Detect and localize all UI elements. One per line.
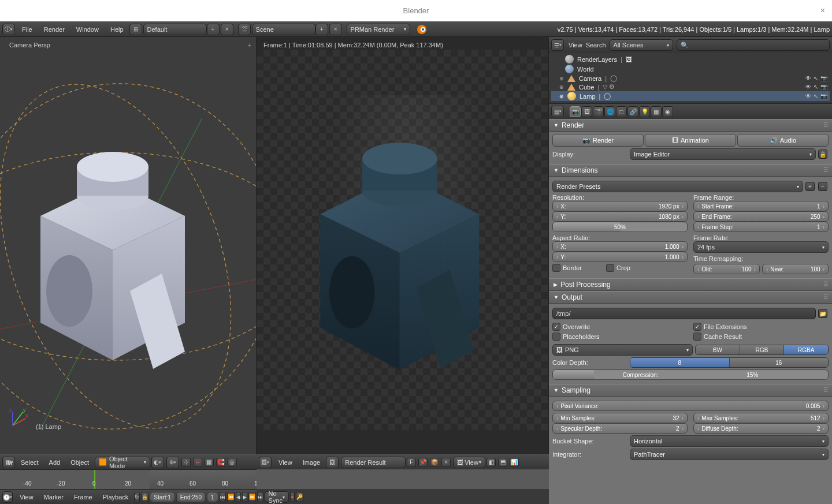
menu-help[interactable]: Help	[105, 26, 129, 33]
mode-rgb[interactable]: RGB	[740, 345, 785, 354]
display-dropdown[interactable]: Image Editor▾	[630, 148, 816, 160]
screen-layout-dropdown[interactable]: Default	[143, 24, 207, 35]
pivot-icon[interactable]: ⊕▾	[166, 457, 179, 468]
panel-sampling-header[interactable]: ▼Sampling⠿	[549, 384, 832, 397]
img-menu-image[interactable]: Image	[298, 459, 325, 466]
outliner-search-input[interactable]: 🔍	[677, 39, 830, 51]
out-menu-view[interactable]: View	[569, 42, 582, 48]
delete-scene-icon[interactable]: ×	[329, 24, 342, 35]
start-frame-field[interactable]: Start Frame:1	[693, 201, 829, 211]
output-path-input[interactable]: /tmp/	[552, 308, 816, 319]
editor-type-properties-icon[interactable]: ▤▾	[551, 106, 564, 117]
eye-icon[interactable]: 👁	[805, 75, 811, 81]
add-scene-icon[interactable]: +	[315, 24, 328, 35]
file-browser-icon[interactable]: 📁	[818, 309, 827, 318]
tab-constraints-icon[interactable]: 🔗	[627, 106, 638, 117]
cursor-icon[interactable]: ↖	[814, 75, 818, 81]
image-editor[interactable]: Frame:1 | Time:01:08.59 | Mem:32.24M (0.…	[257, 37, 549, 454]
outliner-item-cube[interactable]: ⊕ Cube |▽ ⚙ 👁↖📷	[551, 83, 830, 91]
expand-icon[interactable]: ⊕	[559, 94, 564, 99]
render-restrict-icon[interactable]: 📷	[820, 93, 827, 99]
add-layout-icon[interactable]: +	[207, 24, 220, 35]
lock-range-icon[interactable]: 🔒	[141, 492, 148, 502]
image-name-dropdown[interactable]: Render Result	[341, 457, 406, 468]
restrict-icon[interactable]: 🖼	[626, 56, 632, 63]
color-mode-toggle[interactable]: BW RGB RGBA	[695, 345, 829, 355]
jump-prev-key-icon[interactable]: ⏪	[227, 492, 235, 502]
resolution-y-field[interactable]: Y:1080 px	[552, 211, 688, 222]
start-frame-field[interactable]: Start:1	[150, 492, 174, 502]
frame-rate-dropdown[interactable]: 24 fps▾	[693, 241, 829, 253]
border-checkbox[interactable]	[552, 264, 560, 272]
play-icon[interactable]: ▶	[242, 492, 247, 502]
depth-8[interactable]: 8	[630, 358, 730, 367]
render-restrict-icon[interactable]: 📷	[820, 75, 827, 81]
editor-type-timeline-icon[interactable]: 🕐▾	[2, 491, 13, 503]
menu-window[interactable]: Window	[70, 26, 105, 33]
mode-dropdown[interactable]: 🟧 Object Mode▾	[95, 457, 150, 468]
integrator-dropdown[interactable]: PathTracer▾	[630, 449, 829, 460]
compression-field[interactable]: Compression: 15%	[552, 369, 829, 380]
aspect-y-field[interactable]: Y:1.000	[552, 252, 688, 262]
expand-icon[interactable]: ⊕	[559, 84, 564, 90]
tab-object-icon[interactable]: □	[616, 106, 627, 117]
min-samples-field[interactable]: Min Samples:32	[552, 413, 688, 423]
file-format-dropdown[interactable]: 🖼 PNG▾	[552, 344, 693, 356]
end-frame-field[interactable]: End:250	[176, 492, 206, 502]
tl-menu-view[interactable]: View	[15, 494, 38, 501]
pin-icon[interactable]: 📌	[418, 458, 428, 467]
data-icon[interactable]: ◯	[604, 92, 611, 100]
keying-set-icon[interactable]: 🔑	[296, 492, 303, 502]
add-preset-icon[interactable]: +	[805, 182, 815, 191]
slot-field[interactable]: F	[407, 458, 416, 467]
color-depth-toggle[interactable]: 8 16	[630, 357, 829, 368]
range-toggle-icon[interactable]: ↻	[134, 492, 140, 502]
overwrite-checkbox[interactable]: ✓	[552, 323, 560, 331]
current-frame-field[interactable]: 1	[207, 492, 218, 502]
jump-next-key-icon[interactable]: ⏩	[248, 492, 256, 502]
data-icon[interactable]: ▽ ⚙	[603, 83, 615, 91]
tab-data-icon[interactable]: 💡	[639, 106, 650, 117]
audio-button[interactable]: 🔊 Audio	[737, 134, 829, 147]
cache-checkbox[interactable]	[693, 333, 701, 341]
image-browse-icon[interactable]: 🖼	[326, 457, 339, 468]
crop-checkbox[interactable]	[606, 264, 614, 272]
panel-postprocessing-header[interactable]: ▶Post Processing⠿	[549, 278, 832, 291]
tl-menu-frame[interactable]: Frame	[69, 494, 97, 501]
out-menu-search[interactable]: Search	[586, 42, 606, 48]
aspect-x-field[interactable]: X:1.000	[552, 241, 688, 252]
close-icon[interactable]: ×	[820, 6, 825, 15]
lock-interface-icon[interactable]: 🔒	[818, 150, 827, 159]
depth-16[interactable]: 16	[730, 358, 829, 367]
menu-add[interactable]: Add	[44, 459, 65, 466]
remap-new-field[interactable]: New:100	[762, 264, 829, 274]
menu-truncated[interactable]: w	[7, 459, 15, 466]
eye-icon[interactable]: 👁	[805, 84, 811, 90]
outliner-tree[interactable]: RenderLayers | 🖼 World ⊕ Camera |◯ 👁↖📷 ⊕	[549, 53, 832, 103]
pack-icon[interactable]: 📦	[430, 458, 439, 467]
autokey-icon[interactable]: ●	[290, 492, 294, 502]
render-engine-dropdown[interactable]: PRMan Render▾	[347, 24, 410, 35]
max-samples-field[interactable]: Max Samples:512	[693, 413, 829, 423]
pixel-variance-field[interactable]: Pixel Variance:0.005	[552, 401, 829, 411]
render-restrict-icon[interactable]: 📷	[820, 84, 827, 90]
render-pass-dropdown[interactable]: 🖼 View▾	[453, 457, 485, 468]
render-presets-dropdown[interactable]: Render Presets▾	[552, 181, 803, 192]
remap-old-field[interactable]: Old:100	[693, 264, 760, 274]
fileext-checkbox[interactable]: ✓	[693, 323, 701, 331]
timeline-ruler[interactable]: -40 -20 0 20 40 60 80 100 120 140 160 18…	[0, 470, 257, 490]
jump-last-icon[interactable]: ⏭	[257, 492, 263, 502]
unlink-icon[interactable]: ×	[441, 458, 451, 467]
scene-browse-icon[interactable]: 🎬	[238, 24, 251, 35]
viewport-shading-icon[interactable]: ◐▾	[151, 457, 164, 468]
layers-icon[interactable]: ▦	[205, 458, 214, 467]
sync-dropdown[interactable]: No Sync▾	[265, 491, 289, 503]
outliner-item-lamp[interactable]: ⊕ Lamp |◯ 👁↖📷	[551, 91, 830, 101]
mode-rgba[interactable]: RGBA	[784, 345, 828, 354]
menu-file[interactable]: File	[16, 26, 38, 33]
outliner-display-mode[interactable]: All Scenes▾	[610, 39, 673, 51]
scene-dropdown[interactable]: Scene	[252, 24, 315, 35]
bucket-shape-dropdown[interactable]: Horizontal▾	[630, 435, 829, 447]
outliner-item-camera[interactable]: ⊕ Camera |◯ 👁↖📷	[551, 74, 830, 83]
panel-output-header[interactable]: ▼Output⠿	[549, 291, 832, 304]
